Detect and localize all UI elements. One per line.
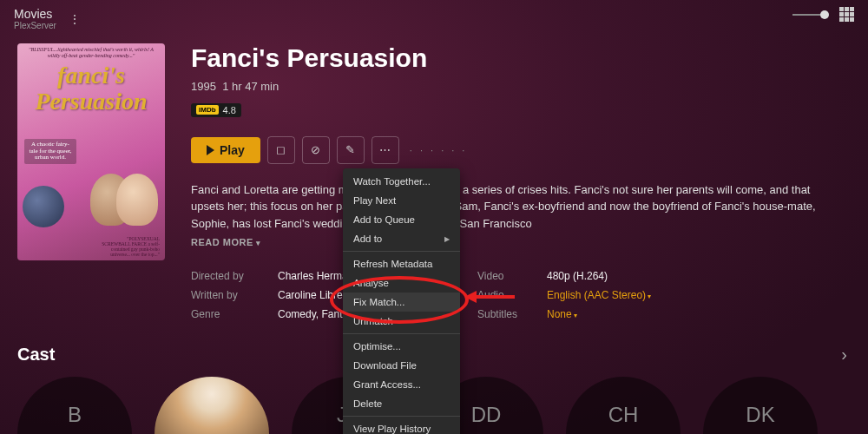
- more-button[interactable]: ⋯: [372, 136, 399, 164]
- cast-item[interactable]: [155, 377, 269, 434]
- movie-year: 1995: [191, 80, 216, 93]
- library-breadcrumb[interactable]: Movies PlexServer ⋮: [14, 7, 86, 31]
- check-circle-icon: ⊘: [311, 143, 320, 156]
- imdb-icon: IMDb: [196, 105, 219, 115]
- movie-poster[interactable]: "BLISSFUL...lighthearted mischief that's…: [17, 43, 165, 260]
- zoom-slider[interactable]: [792, 14, 827, 16]
- poster-critic-quote: "POLYSEXUAL SCREWBALL FARCE a self-conta…: [99, 236, 160, 257]
- audio-label: Audio: [477, 289, 547, 301]
- menu-delete[interactable]: Delete: [343, 394, 460, 413]
- rating-badge: IMDb 4.8: [191, 103, 241, 117]
- menu-download[interactable]: Download File: [343, 356, 460, 375]
- written-by-label: Written by: [191, 289, 278, 301]
- poster-title-line2: Persuasion: [17, 87, 165, 112]
- video-value: 480p (H.264): [547, 270, 851, 282]
- rating-value: 4.8: [223, 105, 236, 115]
- menu-add-to[interactable]: Add to▶: [343, 229, 460, 248]
- edit-button[interactable]: ✎: [337, 136, 365, 164]
- menu-unmatch[interactable]: Unmatch: [343, 312, 460, 331]
- video-label: Video: [477, 270, 547, 282]
- menu-analyse[interactable]: Analyse: [343, 273, 460, 293]
- menu-view-history[interactable]: View Play History: [343, 419, 460, 434]
- more-icon: ⋯: [379, 143, 391, 156]
- subtitles-label: Subtitles: [477, 308, 547, 320]
- menu-watch-together[interactable]: Watch Together...: [343, 172, 460, 191]
- menu-separator: [343, 251, 460, 252]
- audio-value[interactable]: English (AAC Stereo): [547, 289, 851, 301]
- movie-title: Fanci's Persuasion: [191, 43, 851, 73]
- play-button[interactable]: Play: [191, 137, 260, 163]
- directed-by-label: Directed by: [191, 270, 278, 282]
- server-name: PlexServer: [14, 21, 56, 30]
- library-title: Movies: [14, 7, 56, 21]
- movie-meta: 1995 1 hr 47 min: [191, 80, 851, 93]
- menu-fix-match[interactable]: Fix Match...: [343, 293, 460, 312]
- menu-refresh-metadata[interactable]: Refresh Metadata: [343, 254, 460, 273]
- menu-separator: [343, 416, 460, 417]
- menu-optimise[interactable]: Optimise...: [343, 337, 460, 356]
- pencil-icon: ✎: [345, 143, 355, 156]
- poster-tagline: A chaotic fairy-tale for the queer, urba…: [24, 139, 76, 164]
- cast-item[interactable]: CH: [566, 377, 681, 434]
- play-icon: [207, 145, 214, 155]
- poster-quote: "BLISSFUL...lighthearted mischief that's…: [17, 43, 165, 61]
- submenu-arrow-icon: ▶: [444, 235, 450, 243]
- movie-duration: 1 hr 47 min: [222, 80, 279, 93]
- menu-separator: [343, 333, 460, 334]
- menu-add-queue[interactable]: Add to Queue: [343, 210, 460, 229]
- cast-item[interactable]: DK: [703, 377, 818, 434]
- menu-grant-access[interactable]: Grant Access...: [343, 375, 460, 394]
- mark-watched-button[interactable]: ⊘: [302, 136, 330, 164]
- cast-item[interactable]: B: [17, 377, 132, 434]
- menu-play-next[interactable]: Play Next: [343, 191, 460, 210]
- subtitles-value[interactable]: None: [547, 308, 851, 320]
- read-more-button[interactable]: READ MORE: [191, 237, 851, 247]
- poster-title-line1: fanci's: [17, 61, 165, 86]
- genre-label: Genre: [191, 308, 278, 320]
- poster-art-faces: [106, 174, 158, 226]
- poster-art-circle: [23, 186, 64, 227]
- library-menu-icon[interactable]: ⋮: [63, 7, 86, 31]
- overflow-dots: · · · · · ·: [410, 145, 468, 155]
- context-menu: Watch Together... Play Next Add to Queue…: [343, 168, 460, 434]
- play-label: Play: [220, 143, 245, 157]
- synopsis: Fanci and Loretta are getting married to…: [191, 181, 816, 233]
- grid-view-icon[interactable]: [839, 7, 854, 22]
- cast-next-icon[interactable]: ›: [838, 341, 851, 368]
- cast-heading: Cast: [17, 345, 55, 365]
- bookmark-button[interactable]: ◻: [267, 136, 295, 164]
- bookmark-icon: ◻: [276, 143, 286, 156]
